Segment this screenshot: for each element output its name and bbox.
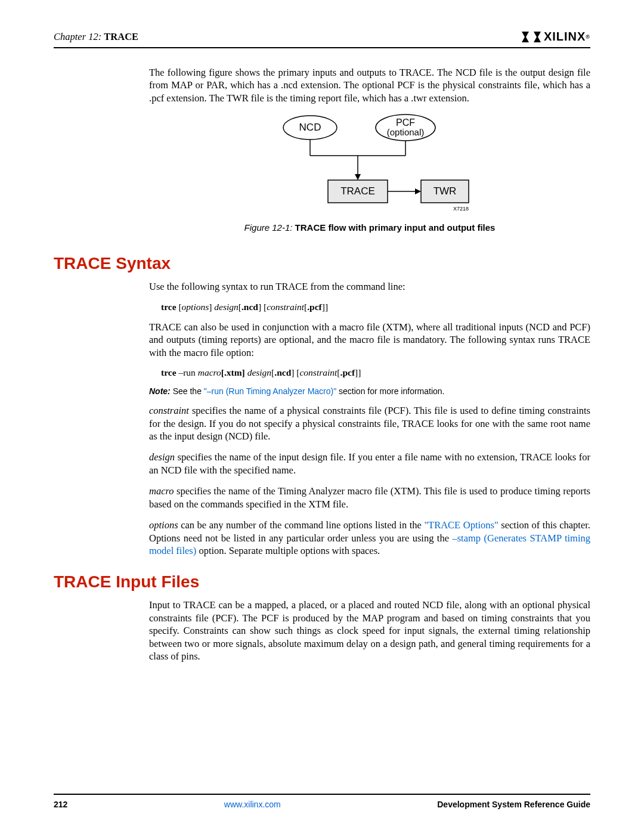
figure-title: TRACE flow with primary input and output…: [295, 222, 496, 233]
page-number: 212: [54, 800, 67, 809]
diagram-ncd-label: NCD: [299, 122, 321, 133]
macro-para: macro specifies the name of the Timing A…: [149, 485, 590, 510]
figure-label: Figure 12-1:: [244, 222, 293, 233]
figure-caption: Figure 12-1: TRACE flow with primary inp…: [149, 222, 590, 233]
constraint-para: constraint specifies the name of a physi…: [149, 404, 590, 442]
svg-marker-6: [355, 174, 361, 180]
syntax-cmd2: trce –run macro[.xtm] design[.ncd] [cons…: [161, 367, 590, 378]
registered-mark: ®: [586, 34, 590, 40]
input-files-p1: Input to TRACE can be a mapped, a placed…: [149, 599, 590, 662]
diagram-trace-label: TRACE: [340, 185, 375, 197]
diagram-pcf-optional: (optional): [387, 127, 425, 137]
run-macro-link[interactable]: "–run (Run Timing Analyzer Macro)": [204, 386, 336, 396]
note-label: Note:: [149, 386, 171, 396]
syntax-p2: TRACE can also be used in conjunction wi…: [149, 321, 590, 359]
footer-guide-title: Development System Reference Guide: [437, 800, 590, 809]
options-para: options can be any number of the command…: [149, 519, 590, 557]
xilinx-logo: XILINX®: [521, 30, 590, 44]
svg-marker-9: [415, 188, 421, 194]
design-para: design specifies the name of the input d…: [149, 451, 590, 476]
syntax-cmd1: trce [options] design[.ncd] [constraint[…: [161, 302, 590, 312]
page-header: Chapter 12: TRACE XILINX®: [54, 30, 590, 48]
page-footer: 212 www.xilinx.com Development System Re…: [54, 794, 590, 809]
logo-text: XILINX: [544, 30, 586, 44]
trace-flow-diagram: NCD PCF (optional) TRACE TWR: [149, 113, 590, 216]
diagram-id: X7218: [453, 206, 469, 212]
footer-url[interactable]: www.xilinx.com: [224, 800, 281, 809]
intro-paragraph: The following figure shows the primary i…: [149, 66, 590, 104]
diagram-pcf-label: PCF: [396, 117, 415, 128]
trace-options-link[interactable]: "TRACE Options": [424, 519, 498, 531]
trace-input-files-heading: TRACE Input Files: [54, 572, 590, 592]
syntax-note: Note: See the "–run (Run Timing Analyzer…: [149, 386, 590, 396]
chapter-prefix: Chapter 12:: [54, 31, 101, 42]
xilinx-logo-icon: [521, 30, 542, 44]
trace-syntax-heading: TRACE Syntax: [54, 254, 590, 273]
chapter-label: Chapter 12: TRACE: [54, 31, 138, 43]
chapter-title: TRACE: [104, 31, 138, 42]
diagram-twr-label: TWR: [434, 185, 457, 197]
syntax-p1: Use the following syntax to run TRACE fr…: [149, 280, 590, 293]
